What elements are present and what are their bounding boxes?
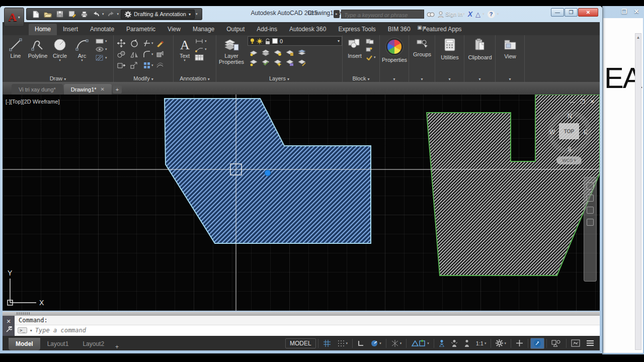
hatch-tool-button[interactable]: ▾ (95, 54, 107, 61)
explode-button[interactable] (156, 49, 169, 60)
isometric-drafting-toggle[interactable]: ▾ (388, 338, 405, 349)
ribbon-tab-autodesk-360[interactable]: Autodesk 360 (283, 24, 332, 35)
search-icon[interactable] (427, 11, 435, 18)
groups-button[interactable]: Groups (409, 35, 435, 57)
clipboard-button[interactable]: Clipboard (464, 35, 496, 60)
file-tab-drawing1-[interactable]: Drawing1*✕ (64, 84, 112, 95)
erase-button[interactable] (156, 38, 169, 49)
ribbon-tab-parametric[interactable]: Parametric (120, 24, 162, 35)
command-input[interactable] (35, 327, 597, 334)
block-panel-label[interactable]: Block ▾ (343, 75, 379, 81)
a360-icon[interactable]: △ (475, 11, 480, 18)
background-scrollbar[interactable]: ▲ (635, 33, 641, 350)
model-tab[interactable]: Model (9, 338, 40, 350)
layer-tool-button[interactable] (260, 58, 272, 68)
groups-panel-label[interactable]: ▾ (409, 75, 435, 81)
workspace-switcher[interactable]: Drafting & Annotation ▾ (121, 10, 195, 19)
ribbon-tab-add-ins[interactable]: Add-ins (251, 24, 283, 35)
table-button[interactable] (195, 54, 207, 61)
new-layout-button[interactable]: + (111, 343, 123, 350)
layer-tool-button[interactable] (248, 58, 260, 68)
array-button[interactable]: ▾ (143, 60, 156, 71)
layout1-tab[interactable]: Layout1 (40, 338, 76, 350)
clipboard-panel-label[interactable]: ▾ (464, 75, 495, 81)
annotation-visibility-toggle[interactable] (436, 338, 447, 349)
ribbon-tab-express-tools[interactable]: Express Tools (332, 24, 381, 35)
block-attributes-button[interactable]: ▾ (366, 54, 376, 60)
ribbon-tab-home[interactable]: Home (29, 24, 57, 35)
object-snap-toggle[interactable]: ▾ (409, 338, 432, 349)
annotation-scale-icon[interactable] (461, 338, 472, 349)
rectangle-tool-button[interactable]: ▾ (95, 38, 107, 44)
draw-panel-label[interactable]: Draw ▾ (3, 75, 113, 81)
layer-tool-button[interactable] (284, 48, 296, 58)
insert-block-button[interactable]: Insert (345, 36, 365, 60)
qat-customize-dropdown[interactable]: ▾ (196, 12, 198, 16)
view-panel-label[interactable]: ▾ (496, 75, 524, 81)
sign-in-group[interactable]: Sign In ▾ (438, 11, 465, 18)
stretch-button[interactable] (117, 60, 130, 71)
scale-button[interactable] (130, 60, 143, 71)
mirror-button[interactable] (130, 49, 143, 60)
plot-button[interactable] (79, 10, 89, 19)
command-customize-icon[interactable] (6, 326, 12, 334)
minimize-button[interactable]: — (551, 8, 564, 17)
help-search-input[interactable] (342, 11, 424, 19)
view-button[interactable]: View (496, 35, 525, 59)
layers-panel-label[interactable]: Layers ▾ (216, 75, 342, 81)
background-maximize-button[interactable]: ❐ (621, 8, 627, 16)
command-window-grab-bar[interactable] (3, 312, 600, 316)
trim-button[interactable]: ▾ (143, 38, 156, 49)
utilities-button[interactable]: Utilities (435, 35, 464, 60)
grip-handle[interactable] (17, 312, 30, 315)
graphics-performance-toggle[interactable] (530, 338, 544, 349)
command-close-icon[interactable]: ✕ (6, 318, 11, 325)
dimension-button[interactable]: ▾ (195, 38, 207, 44)
save-button[interactable] (55, 10, 65, 19)
ribbon-tab-view[interactable]: View (162, 24, 187, 35)
viewport-minimize-button[interactable]: — (570, 99, 575, 105)
layer-tool-button[interactable] (260, 48, 272, 58)
file-tab-vi-tri-xay-dung-[interactable]: Vi tri xay dung* (12, 84, 63, 95)
model-space-toggle[interactable]: MODEL (285, 338, 316, 348)
drawing-canvas[interactable]: YX [-][Top][2D Wireframe] — ❐ ✕ N W E S … (3, 95, 600, 311)
command-prompt-chip[interactable]: >_ (18, 327, 27, 333)
new-file-button[interactable] (31, 10, 41, 19)
layer-tool-button[interactable] (272, 58, 284, 68)
annotation-autoscale-toggle[interactable] (448, 338, 460, 349)
layer-properties-button[interactable]: Layer Properties (218, 36, 245, 68)
ribbon-tab-output[interactable]: Output (220, 24, 251, 35)
snap-mode-toggle[interactable]: ▾ (335, 338, 351, 349)
orbit-icon[interactable] (587, 207, 594, 214)
annotation-scale-value[interactable]: 1:1▾ (473, 338, 489, 349)
viewport-restore-button[interactable]: ❐ (580, 99, 585, 105)
open-file-button[interactable] (43, 10, 53, 19)
redo-button[interactable] (106, 10, 116, 19)
exchange-apps-icon[interactable]: X (468, 10, 472, 18)
viewcube-top-face[interactable]: TOP (559, 123, 579, 139)
ribbon-tab-bim-360[interactable]: BIM 360 (382, 24, 417, 35)
viewcube-wcs-menu[interactable]: WCS ▾ (556, 156, 582, 164)
undo-button[interactable] (91, 10, 101, 19)
viewcube-north[interactable]: N (568, 113, 572, 120)
zoom-icon[interactable] (587, 195, 594, 202)
new-drawing-tab-button[interactable]: + (113, 85, 122, 94)
customization-menu-button[interactable] (584, 338, 597, 349)
text-button[interactable]: A Text ▾ (175, 36, 195, 63)
layer-tool-button[interactable] (296, 48, 308, 58)
line-button[interactable]: Line (5, 36, 27, 63)
layer-tool-button[interactable] (296, 58, 308, 68)
recent-commands-dropdown[interactable]: ▾ (30, 328, 32, 333)
grip-point[interactable] (265, 170, 271, 176)
circle-button[interactable]: Circle ▾ (49, 36, 71, 63)
close-button[interactable]: ✕ (578, 8, 598, 17)
offset-button[interactable] (156, 60, 169, 71)
scroll-up-icon[interactable]: ▲ (635, 34, 641, 40)
a360-dropdown[interactable]: ▾ (482, 12, 485, 16)
layer-tool-button[interactable] (272, 48, 284, 58)
ribbon-display-toggle[interactable]: ▣ ▾ (417, 25, 426, 30)
edit-block-button[interactable] (366, 46, 376, 52)
navigation-bar[interactable] (584, 177, 597, 282)
crosshair-size-button[interactable] (513, 338, 526, 349)
help-dropdown[interactable]: ▾ (497, 12, 499, 16)
